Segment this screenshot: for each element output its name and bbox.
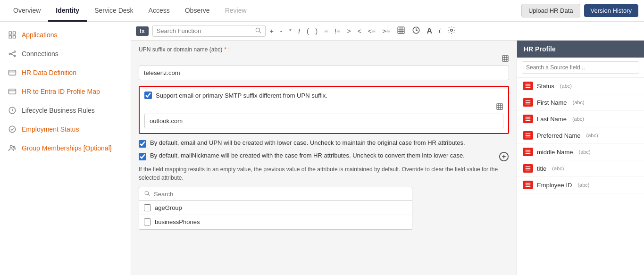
rp-employeeid-icon — [523, 181, 533, 189]
sidebar-item-connections[interactable]: Connections — [0, 44, 131, 63]
upn-required-marker: * — [224, 46, 226, 53]
upn-input[interactable] — [139, 66, 509, 80]
toolbar-lt-button[interactable]: < — [355, 26, 364, 36]
svg-rect-0 — [9, 32, 11, 34]
card-icon — [8, 68, 17, 77]
nav-review[interactable]: Review — [217, 0, 254, 22]
rp-item-firstname[interactable]: First Name (abc) — [517, 94, 644, 111]
mailnickname-checkbox-row: By default, mailNickname will be created… — [139, 151, 509, 160]
toolbar-settings-button[interactable] — [445, 25, 458, 37]
rp-item-title[interactable]: title (abc) — [517, 160, 644, 177]
main-content: fx + - * I ( ) = != > < <= >= — [131, 22, 644, 275]
agegroup-checkbox[interactable] — [144, 204, 151, 211]
smtp-checkbox[interactable] — [144, 92, 152, 99]
toolbar-info-button[interactable]: 𝒊 — [436, 25, 443, 36]
agegroup-label: ageGroup — [155, 204, 182, 211]
svg-point-16 — [13, 146, 15, 148]
sidebar-label-employment-status: Employment Status — [22, 125, 79, 133]
toolbar-multiply-button[interactable]: * — [287, 26, 294, 36]
toolbar-gt-button[interactable]: > — [344, 26, 353, 36]
smtp-highlight-box: Support email or primary SMTP suffix dif… — [139, 86, 509, 134]
rp-firstname-type: (abc) — [573, 100, 585, 105]
rp-employeeid-label: Employee ID — [537, 182, 572, 189]
add-button[interactable] — [499, 151, 509, 165]
toolbar-lte-button[interactable]: <= — [366, 26, 378, 36]
toolbar-clock-button[interactable] — [410, 25, 423, 37]
right-panel-search-input[interactable] — [522, 61, 639, 74]
check-circle-icon — [8, 125, 17, 134]
sidebar-item-applications[interactable]: Applications — [0, 25, 131, 44]
rp-employeeid-type: (abc) — [577, 182, 589, 188]
rp-status-type: (abc) — [560, 83, 572, 89]
toolbar-close-paren-button[interactable]: ) — [313, 26, 320, 36]
svg-point-6 — [14, 55, 16, 57]
sidebar-item-group-memberships[interactable]: Group Memberships [Optional] — [0, 139, 131, 158]
profile-map-icon — [8, 87, 17, 96]
toolbar-gte-button[interactable]: >= — [380, 26, 392, 36]
smtp-input[interactable] — [144, 114, 503, 128]
lowercase-checkbox[interactable] — [139, 140, 146, 148]
nav-access[interactable]: Access — [141, 0, 177, 22]
toolbar-plus-button[interactable]: + — [268, 26, 276, 36]
svg-point-39 — [145, 191, 149, 195]
rp-title-type: (abc) — [552, 166, 564, 171]
sidebar-label-applications: Applications — [22, 31, 58, 39]
toolbar-font-button[interactable]: A — [425, 25, 435, 37]
toolbar-not-equals-button[interactable]: != — [332, 26, 343, 36]
svg-rect-11 — [9, 89, 16, 94]
connections-icon — [8, 49, 17, 58]
sidebar-label-connections: Connections — [22, 50, 59, 58]
businessphones-checkbox[interactable] — [144, 218, 151, 225]
svg-rect-2 — [9, 36, 11, 38]
attribute-search-box[interactable] — [139, 187, 412, 201]
right-panel-search-section — [517, 58, 644, 78]
sidebar-item-lifecycle[interactable]: Lifecycle Business Rules — [0, 101, 131, 120]
version-history-button[interactable]: Version History — [584, 4, 638, 17]
search-function-box[interactable] — [152, 25, 266, 37]
smtp-table-icon[interactable] — [496, 103, 503, 112]
svg-line-40 — [148, 194, 150, 196]
rp-item-lastname[interactable]: Last Name (abc) — [517, 111, 644, 127]
lowercase-checkbox-row: By default, email and UPN will be create… — [139, 139, 509, 148]
attribute-search-icon — [144, 190, 150, 198]
toolbar-minus-button[interactable]: - — [278, 26, 285, 36]
upn-field-label: UPN suffix or domain name (abc) * : — [139, 46, 509, 53]
list-item: ageGroup — [139, 201, 412, 215]
attribute-search-section: ageGroup businessPhones — [139, 187, 412, 230]
nav-service-desk[interactable]: Service Desk — [87, 0, 141, 22]
nav-observe[interactable]: Observe — [177, 0, 217, 22]
upn-table-icon[interactable] — [502, 55, 509, 64]
nav-identity[interactable]: Identity — [48, 0, 87, 22]
top-navigation: Overview Identity Service Desk Access Ob… — [0, 0, 644, 22]
rp-item-preferredname[interactable]: Preferred Name (abc) — [517, 127, 644, 144]
rp-middlename-label: middle Name — [537, 149, 573, 156]
search-function-input[interactable] — [157, 27, 252, 34]
toolbar-italic-button[interactable]: I — [296, 26, 302, 36]
rp-item-status[interactable]: Status (abc) — [517, 78, 644, 94]
rp-title-label: title — [537, 165, 546, 172]
attribute-search-input[interactable] — [154, 191, 407, 198]
sidebar-item-employment-status[interactable]: Employment Status — [0, 120, 131, 139]
rp-middlename-icon — [523, 148, 533, 156]
upload-hr-data-button[interactable]: Upload HR Data — [521, 4, 580, 17]
right-panel-title: HR Profile — [517, 41, 644, 58]
toolbar-table-button[interactable] — [394, 25, 408, 37]
rp-item-middlename[interactable]: middle Name (abc) — [517, 144, 644, 160]
grid-icon — [8, 30, 17, 40]
list-item: businessPhones — [139, 215, 412, 229]
mailnickname-checkbox[interactable] — [139, 153, 146, 160]
upn-colon: : — [228, 46, 230, 53]
toolbar-equals-button[interactable]: = — [322, 26, 330, 36]
toolbar-open-paren-button[interactable]: ( — [304, 26, 311, 36]
svg-rect-3 — [13, 36, 16, 38]
nav-overview[interactable]: Overview — [6, 0, 48, 22]
rp-middlename-type: (abc) — [579, 149, 591, 155]
svg-rect-9 — [9, 70, 16, 75]
form-area: UPN suffix or domain name (abc) * : — [131, 41, 644, 275]
svg-rect-31 — [497, 104, 502, 109]
sidebar-item-hr-entra-map[interactable]: HR to Entra ID Profile Map — [0, 82, 131, 101]
group-icon — [8, 143, 17, 153]
search-icon — [255, 27, 261, 35]
rp-item-employeeid[interactable]: Employee ID (abc) — [517, 177, 644, 193]
sidebar-item-hr-data-definition[interactable]: HR Data Definition — [0, 63, 131, 82]
